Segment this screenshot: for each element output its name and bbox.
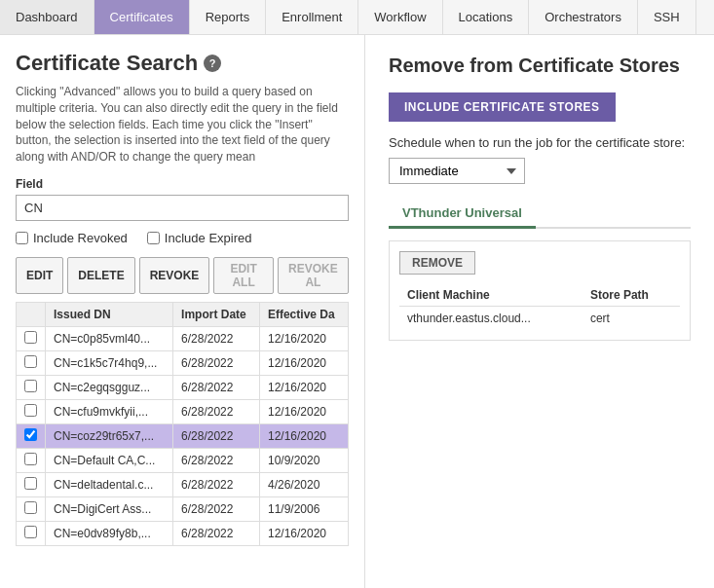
store-client-machine: vthunder.eastus.cloud... bbox=[399, 307, 582, 331]
field-input[interactable] bbox=[16, 195, 349, 221]
page-title-text: Certificate Search bbox=[16, 51, 198, 76]
table-row[interactable]: CN=cfu9mvkfyii,... 6/28/2022 12/16/2020 bbox=[17, 399, 349, 423]
nav-ssh[interactable]: SSH bbox=[638, 0, 696, 34]
table-row[interactable]: CN=c0p85vml40... 6/28/2022 12/16/2020 bbox=[17, 326, 349, 350]
row-issued-dn: CN=deltadental.c... bbox=[46, 472, 173, 496]
row-checkbox-cell[interactable] bbox=[17, 350, 46, 375]
description-text: Clicking "Advanced" allows you to build … bbox=[16, 84, 349, 165]
col-check bbox=[17, 302, 46, 326]
store-table: Client Machine Store Path vthunder.eastu… bbox=[399, 284, 680, 330]
row-checkbox[interactable] bbox=[24, 477, 37, 490]
row-checkbox[interactable] bbox=[24, 404, 37, 417]
page-title: Certificate Search ? bbox=[16, 51, 349, 76]
col-issued-dn: Issued DN bbox=[46, 302, 173, 326]
checkboxes-row: Include Revoked Include Expired bbox=[16, 231, 349, 245]
row-issued-dn: CN=cfu9mvkfyii,... bbox=[46, 399, 173, 423]
panel-title: Remove from Certificate Stores bbox=[389, 55, 691, 77]
row-issued-dn: CN=c0p85vml40... bbox=[46, 326, 173, 350]
include-expired-checkbox[interactable] bbox=[147, 232, 160, 244]
row-issued-dn: CN=DigiCert Ass... bbox=[46, 496, 173, 521]
nav-bar: Dashboard Certificates Reports Enrollmen… bbox=[0, 0, 714, 35]
row-import-date: 6/28/2022 bbox=[173, 350, 260, 375]
row-import-date: 6/28/2022 bbox=[173, 423, 260, 448]
table-row[interactable]: CN=DigiCert Ass... 6/28/2022 11/9/2006 bbox=[17, 496, 349, 521]
nav-locations[interactable]: Locations bbox=[443, 0, 530, 34]
nav-certificates[interactable]: Certificates bbox=[94, 0, 190, 34]
row-effective-date: 12/16/2020 bbox=[259, 375, 348, 399]
row-issued-dn: CN=coz29tr65x7,... bbox=[46, 423, 173, 448]
include-revoked-checkbox[interactable] bbox=[16, 232, 28, 244]
row-checkbox[interactable] bbox=[24, 501, 37, 514]
delete-button[interactable]: DELETE bbox=[67, 257, 134, 294]
row-import-date: 6/28/2022 bbox=[173, 496, 260, 521]
row-checkbox-cell[interactable] bbox=[17, 423, 46, 448]
tabs-bar: VThunder Universal bbox=[389, 200, 691, 229]
row-checkbox-cell[interactable] bbox=[17, 472, 46, 496]
left-panel: Certificate Search ? Clicking "Advanced"… bbox=[0, 35, 365, 588]
tab-vthunder[interactable]: VThunder Universal bbox=[389, 200, 536, 229]
col-import-date: Import Date bbox=[173, 302, 260, 326]
include-revoked-label[interactable]: Include Revoked bbox=[16, 231, 128, 245]
row-import-date: 6/28/2022 bbox=[173, 448, 260, 472]
row-effective-date: 11/9/2006 bbox=[259, 496, 348, 521]
col-effective-date: Effective Da bbox=[259, 302, 348, 326]
right-panel: Remove from Certificate Stores INCLUDE C… bbox=[365, 35, 714, 588]
row-checkbox-cell[interactable] bbox=[17, 326, 46, 350]
row-effective-date: 12/16/2020 bbox=[259, 326, 348, 350]
row-checkbox[interactable] bbox=[24, 380, 37, 392]
row-effective-date: 10/9/2020 bbox=[259, 448, 348, 472]
row-effective-date: 12/16/2020 bbox=[259, 399, 348, 423]
row-issued-dn: CN=Default CA,C... bbox=[46, 448, 173, 472]
table-row[interactable]: CN=deltadental.c... 6/28/2022 4/26/2020 bbox=[17, 472, 349, 496]
cert-table-wrapper: Issued DN Import Date Effective Da CN=c0… bbox=[16, 302, 349, 546]
include-certificate-stores-button[interactable]: INCLUDE CERTIFICATE STORES bbox=[389, 92, 616, 122]
row-checkbox[interactable] bbox=[24, 331, 37, 344]
row-checkbox[interactable] bbox=[24, 453, 37, 465]
revoke-all-button[interactable]: REVOKE AL bbox=[278, 257, 349, 294]
schedule-select[interactable]: Immediate Scheduled bbox=[389, 158, 525, 184]
cert-table: Issued DN Import Date Effective Da CN=c0… bbox=[16, 302, 349, 546]
row-checkbox-cell[interactable] bbox=[17, 448, 46, 472]
field-label: Field bbox=[16, 177, 349, 191]
nav-enrollment[interactable]: Enrollment bbox=[266, 0, 358, 34]
row-import-date: 6/28/2022 bbox=[173, 375, 260, 399]
table-row[interactable]: CN=e0dv89fy8b,... 6/28/2022 12/16/2020 bbox=[17, 521, 349, 545]
store-col-store-path: Store Path bbox=[582, 284, 680, 307]
nav-workflow[interactable]: Workflow bbox=[358, 0, 442, 34]
row-effective-date: 12/16/2020 bbox=[259, 350, 348, 375]
revoke-button[interactable]: REVOKE bbox=[139, 257, 210, 294]
row-issued-dn: CN=c1k5c7r4hq9,... bbox=[46, 350, 173, 375]
nav-reports[interactable]: Reports bbox=[190, 0, 267, 34]
main-layout: Certificate Search ? Clicking "Advanced"… bbox=[0, 35, 714, 588]
table-row[interactable]: CN=coz29tr65x7,... 6/28/2022 12/16/2020 bbox=[17, 423, 349, 448]
store-store-path: cert bbox=[582, 307, 680, 331]
row-effective-date: 12/16/2020 bbox=[259, 423, 348, 448]
row-checkbox[interactable] bbox=[24, 526, 37, 538]
remove-button[interactable]: REMOVE bbox=[399, 251, 475, 275]
table-row[interactable]: CN=Default CA,C... 6/28/2022 10/9/2020 bbox=[17, 448, 349, 472]
store-section: REMOVE Client Machine Store Path vthunde… bbox=[389, 240, 691, 341]
row-checkbox-cell[interactable] bbox=[17, 399, 46, 423]
schedule-label: Schedule when to run the job for the cer… bbox=[389, 135, 691, 150]
store-table-row[interactable]: vthunder.eastus.cloud... cert bbox=[399, 307, 680, 331]
row-import-date: 6/28/2022 bbox=[173, 399, 260, 423]
row-checkbox-cell[interactable] bbox=[17, 521, 46, 545]
row-import-date: 6/28/2022 bbox=[173, 521, 260, 545]
row-checkbox-cell[interactable] bbox=[17, 375, 46, 399]
row-import-date: 6/28/2022 bbox=[173, 472, 260, 496]
row-effective-date: 4/26/2020 bbox=[259, 472, 348, 496]
row-issued-dn: CN=c2egqsgguz... bbox=[46, 375, 173, 399]
row-checkbox[interactable] bbox=[24, 428, 37, 441]
table-row[interactable]: CN=c1k5c7r4hq9,... 6/28/2022 12/16/2020 bbox=[17, 350, 349, 375]
nav-orchestrators[interactable]: Orchestrators bbox=[529, 0, 638, 34]
row-checkbox-cell[interactable] bbox=[17, 496, 46, 521]
nav-dashboard[interactable]: Dashboard bbox=[0, 0, 94, 34]
row-issued-dn: CN=e0dv89fy8b,... bbox=[46, 521, 173, 545]
help-icon[interactable]: ? bbox=[204, 55, 221, 72]
include-expired-label[interactable]: Include Expired bbox=[147, 231, 252, 245]
table-row[interactable]: CN=c2egqsgguz... 6/28/2022 12/16/2020 bbox=[17, 375, 349, 399]
edit-all-button[interactable]: EDIT ALL bbox=[213, 257, 273, 294]
row-checkbox[interactable] bbox=[24, 355, 37, 368]
edit-button[interactable]: EDIT bbox=[16, 257, 63, 294]
row-import-date: 6/28/2022 bbox=[173, 326, 260, 350]
